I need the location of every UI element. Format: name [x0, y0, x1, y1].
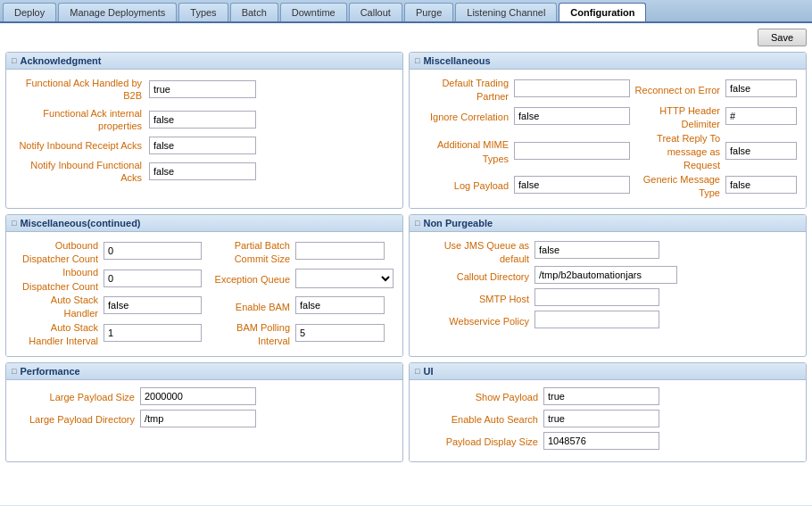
perf-label-payload-dir: Large Payload Directory [15, 410, 140, 432]
misc2-input-partial[interactable] [295, 242, 385, 260]
miscellaneous-panel: □ Miscellaneous Default Trading Partner … [409, 52, 807, 209]
ui-input-show-payload[interactable] [543, 387, 659, 405]
ui-table: Show Payload Enable Auto Search Payload … [418, 387, 797, 454]
ui-input-auto-search[interactable] [543, 410, 659, 427]
np-input-webservice[interactable] [534, 311, 659, 328]
misc2-select-exception[interactable] [295, 269, 394, 288]
np-row-smtp: SMTP Host [418, 288, 797, 311]
misc-input-log[interactable] [514, 176, 630, 194]
tab-downtime[interactable]: Downtime [280, 3, 347, 21]
non-purgeable-collapse-icon[interactable]: □ [415, 219, 419, 228]
miscellaneous-continued-collapse-icon[interactable]: □ [12, 219, 16, 228]
performance-body: Large Payload Size Large Payload Directo… [6, 380, 402, 439]
ui-input-display-size[interactable] [543, 432, 659, 450]
np-label-callout: Callout Directory [418, 266, 534, 288]
miscellaneous-continued-body: Outbound Dispatcher Count Partial Batch … [6, 232, 402, 356]
misc2-label-inbound: Inbound Dispatcher Count [15, 266, 104, 294]
tab-purge[interactable]: Purge [404, 3, 453, 21]
misc-label-reconnect: Reconnect on Error [630, 77, 725, 104]
tab-callout[interactable]: Callout [349, 3, 402, 21]
non-purgeable-header: □ Non Purgeable [410, 215, 806, 232]
tab-batch[interactable]: Batch [230, 3, 278, 21]
save-row: Save [5, 29, 807, 46]
ack-row-1: Functional Ack Handled by B2B [15, 77, 394, 103]
ack-input-3[interactable] [149, 137, 256, 154]
misc2-input-outbound[interactable] [104, 242, 202, 260]
save-button[interactable]: Save [758, 29, 807, 46]
performance-header: □ Performance [6, 363, 402, 380]
ui-label-display-size: Payload Display Size [418, 432, 543, 454]
misc-input-treat-reply[interactable] [725, 142, 797, 160]
np-input-smtp[interactable] [534, 288, 659, 306]
misc-input-correlation[interactable] [514, 107, 630, 125]
acknowledgment-body: Functional Ack Handled by B2B Functional… [6, 70, 402, 196]
misc-input-reconnect[interactable] [725, 79, 797, 97]
misc-input-http[interactable] [725, 107, 797, 125]
ack-input-4[interactable] [149, 162, 256, 180]
np-label-jms: Use JMS Queue as default [418, 239, 534, 267]
misc2-label-stack-interval: Auto Stack Handler Interval [15, 321, 104, 349]
misc-input-trading-partner[interactable] [514, 79, 630, 97]
acknowledgment-collapse-icon[interactable]: □ [12, 56, 16, 65]
perf-row-payload-dir: Large Payload Directory [15, 410, 394, 432]
tab-configuration[interactable]: Configuration [559, 3, 646, 21]
main-content: Save □ Acknowledgment Functional Ack Han… [0, 23, 812, 505]
tab-bar: Deploy Manage Deployments Types Batch Do… [0, 0, 812, 23]
ui-body: Show Payload Enable Auto Search Payload … [410, 380, 806, 461]
misc2-input-inbound[interactable] [104, 270, 202, 287]
misc2-input-stack-interval[interactable] [104, 324, 202, 342]
ui-label-auto-search: Enable Auto Search [418, 410, 543, 432]
miscellaneous-continued-header: □ Miscellaneous(continued) [6, 215, 402, 232]
miscellaneous-title: Miscellaneous [423, 55, 490, 66]
np-row-callout: Callout Directory [418, 266, 797, 288]
ui-panel: □ UI Show Payload Enable Auto Search [409, 362, 807, 462]
acknowledgment-panel: □ Acknowledgment Functional Ack Handled … [5, 52, 403, 209]
non-purgeable-panel: □ Non Purgeable Use JMS Queue as default… [409, 214, 807, 357]
misc2-label-outbound: Outbound Dispatcher Count [15, 239, 104, 267]
ack-label-2: Functional Ack internal properties [15, 107, 149, 133]
misc-label-correlation: Ignore Correlation [418, 104, 514, 132]
misc2-row-inbound: Inbound Dispatcher Count Exception Queue [15, 266, 394, 294]
misc-label-http: HTTP Header Delimiter [630, 104, 725, 132]
non-purgeable-title: Non Purgeable [423, 218, 493, 228]
misc-row-correlation: Ignore Correlation HTTP Header Delimiter [418, 104, 797, 132]
tab-deploy[interactable]: Deploy [3, 3, 56, 21]
ui-collapse-icon[interactable]: □ [415, 367, 419, 376]
misc-input-generic[interactable] [725, 176, 797, 194]
tab-manage[interactable]: Manage Deployments [58, 3, 177, 21]
np-label-webservice: Webservice Policy [418, 311, 534, 333]
np-input-callout[interactable] [534, 266, 677, 284]
misc-label-treat-reply: Treat Reply To message as Request [630, 132, 725, 173]
misc2-label-exception: Exception Queue [208, 266, 295, 294]
misc-input-mime[interactable] [514, 142, 630, 160]
misc-label-log: Log Payload [418, 173, 514, 201]
tab-listening[interactable]: Listening Channel [455, 3, 557, 21]
misc2-row-outbound: Outbound Dispatcher Count Partial Batch … [15, 239, 394, 267]
np-table: Use JMS Queue as default Callout Directo… [418, 239, 797, 334]
non-purgeable-body: Use JMS Queue as default Callout Directo… [410, 232, 806, 341]
tab-types[interactable]: Types [178, 3, 228, 21]
miscellaneous-collapse-icon[interactable]: □ [415, 56, 419, 65]
ack-input-1[interactable] [149, 80, 256, 98]
misc2-row-bam: Auto Stack Handler Enable BAM [15, 294, 394, 321]
np-input-jms[interactable] [534, 241, 659, 259]
misc2-input-enable-bam[interactable] [295, 296, 385, 314]
misc-label-trading-partner: Default Trading Partner [418, 77, 514, 104]
perf-input-payload-dir[interactable] [140, 410, 256, 427]
misc2-input-auto-stack[interactable] [104, 296, 202, 314]
ui-title: UI [423, 366, 433, 377]
np-row-jms: Use JMS Queue as default [418, 239, 797, 267]
ack-row-3: Notify Inbound Receipt Acks [15, 137, 394, 154]
misc2-input-bam-polling[interactable] [295, 324, 385, 342]
misc-row-mime: Additional MIME Types Treat Reply To mes… [418, 132, 797, 173]
ack-row-4: Notify Inbound Functional Acks [15, 159, 394, 185]
misc-row-trading-partner: Default Trading Partner Reconnect on Err… [418, 77, 797, 104]
ack-input-2[interactable] [149, 111, 256, 129]
misc2-table: Outbound Dispatcher Count Partial Batch … [15, 239, 394, 349]
performance-collapse-icon[interactable]: □ [12, 367, 16, 376]
acknowledgment-title: Acknowledgment [20, 55, 101, 66]
misc-label-generic: Generic Message Type [630, 173, 725, 201]
ack-label-1: Functional Ack Handled by B2B [15, 77, 149, 103]
performance-panel: □ Performance Large Payload Size Large P… [5, 362, 403, 462]
perf-input-payload-size[interactable] [140, 387, 256, 405]
